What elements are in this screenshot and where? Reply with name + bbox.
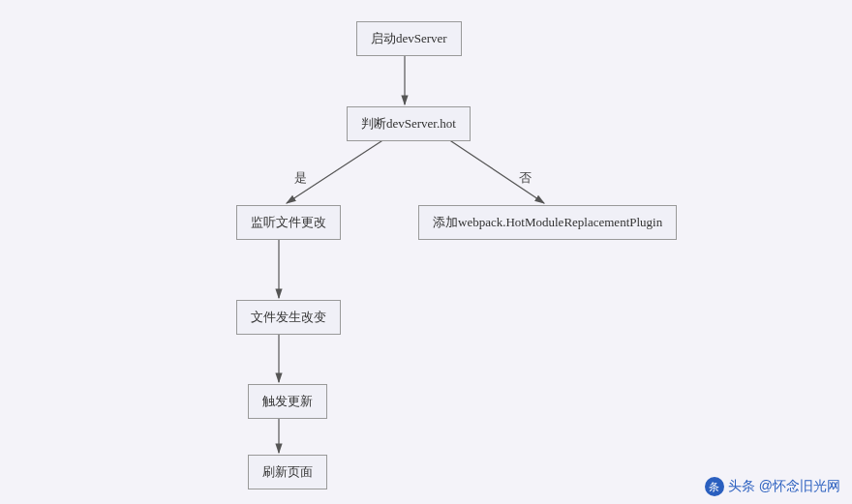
node-listen: 监听文件更改 [236, 205, 341, 240]
node-plugin: 添加webpack.HotModuleReplacementPlugin [418, 205, 677, 240]
node-check: 判断devServer.hot [347, 106, 471, 141]
watermark-prefix: 头条 [728, 478, 755, 495]
node-refresh: 刷新页面 [248, 455, 327, 489]
node-trigger-label: 触发更新 [262, 394, 313, 408]
edge-label-no: 否 [519, 169, 532, 187]
node-trigger: 触发更新 [248, 384, 327, 419]
edge-label-yes: 是 [294, 169, 307, 187]
node-refresh-label: 刷新页面 [262, 464, 313, 479]
node-changed-label: 文件发生改变 [251, 310, 326, 324]
node-check-label: 判断devServer.hot [361, 116, 456, 131]
node-start-label: 启动devServer [371, 31, 447, 45]
node-changed: 文件发生改变 [236, 300, 341, 335]
watermark-text: @怀念旧光网 [759, 478, 840, 495]
connector-layer [0, 0, 852, 504]
watermark: 条 头条 @怀念旧光网 [705, 477, 840, 496]
node-listen-label: 监听文件更改 [251, 215, 326, 229]
watermark-icon: 条 [705, 477, 724, 496]
node-start: 启动devServer [356, 21, 462, 56]
node-plugin-label: 添加webpack.HotModuleReplacementPlugin [433, 215, 662, 229]
